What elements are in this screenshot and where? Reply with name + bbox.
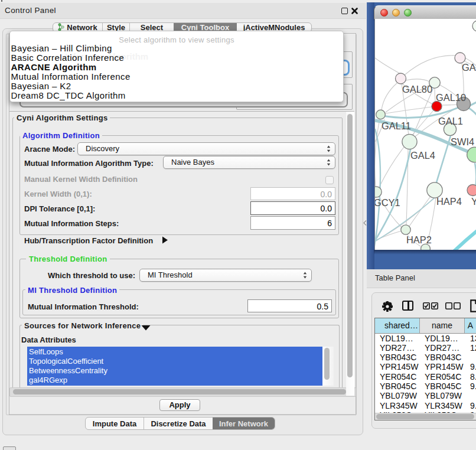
svg-text:GAL7: GAL7: [462, 62, 476, 73]
svg-text:SWI4: SWI4: [451, 136, 474, 147]
svg-text:GAL10: GAL10: [436, 92, 466, 103]
svg-text:HAP4: HAP4: [436, 196, 462, 207]
svg-text:GAL80: GAL80: [402, 84, 432, 94]
svg-text:GAL1: GAL1: [438, 116, 463, 126]
svg-text:Y: Y: [471, 196, 476, 207]
svg-text:HAP2: HAP2: [406, 234, 432, 245]
svg-text:GCY1: GCY1: [375, 197, 400, 208]
svg-text:GAL4: GAL4: [410, 150, 435, 161]
svg-text:GAL11: GAL11: [382, 120, 411, 131]
